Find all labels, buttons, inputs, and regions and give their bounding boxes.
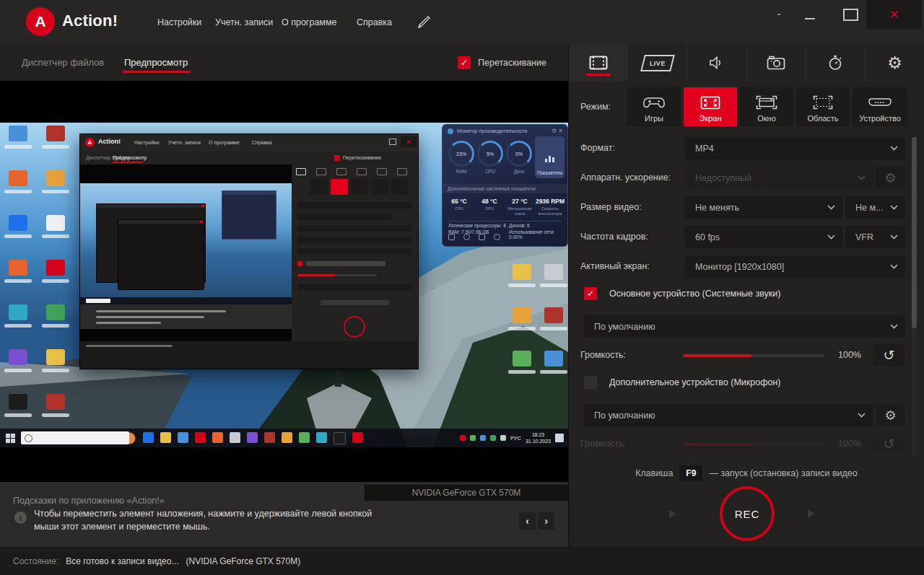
active-tab-indicator xyxy=(586,74,611,76)
desktop-icon xyxy=(505,351,539,390)
hotkey-row: Клавиша F9 — запуск (остановка) записи в… xyxy=(569,462,924,484)
tab-file-manager[interactable]: Диспетчер файлов xyxy=(22,45,104,81)
action-logo-icon: A xyxy=(26,7,55,36)
mode-screen-button[interactable]: Экран xyxy=(684,87,737,126)
gear-icon: ⚙ xyxy=(884,172,896,185)
magnifier-icon xyxy=(25,434,32,442)
title-bar: A Action! Настройки Учетн. записи О прог… xyxy=(0,0,924,45)
chevron-down-icon xyxy=(890,264,898,269)
tab-audio[interactable] xyxy=(687,45,746,81)
tab-preview[interactable]: Предпросмотр xyxy=(124,45,188,81)
nested-volume-slider xyxy=(297,274,377,276)
volume-reset-button[interactable]: ↺ xyxy=(873,344,905,366)
reset-icon: ↺ xyxy=(884,348,895,362)
hotkey-key-badge: F9 xyxy=(679,465,702,481)
gadget-info: Использование сети: 0.00% xyxy=(509,229,567,240)
hotkey-prefix: Клавиша xyxy=(635,468,673,478)
action-app-window: { "window": { "title": "Action!", "menu"… xyxy=(0,0,924,575)
desktop-icon xyxy=(537,351,568,390)
tab-live-streaming[interactable]: LIVE xyxy=(628,45,687,81)
tab-screenshot[interactable] xyxy=(747,45,806,81)
desktop-icons-left xyxy=(1,126,78,443)
nested-window xyxy=(118,219,204,290)
desktop-icon xyxy=(39,394,72,433)
panel-scrollbar[interactable] xyxy=(912,137,917,457)
nested-tips xyxy=(80,304,292,329)
video-size-label: Размер видео: xyxy=(580,196,642,219)
stopwatch-icon xyxy=(827,55,843,71)
chevron-down-icon xyxy=(890,205,898,210)
framerate-dropdown[interactable]: 60 fps xyxy=(685,226,842,248)
drag-checkbox[interactable]: ✓ xyxy=(458,56,471,69)
view-tab-strip: Диспетчер файлов Предпросмотр ✓ Перетаск… xyxy=(0,45,568,81)
menu-help[interactable]: Справка xyxy=(357,0,392,45)
pen-tool-icon[interactable] xyxy=(417,16,432,29)
tip-prev-button[interactable]: ‹ xyxy=(519,512,536,530)
preview-area[interactable]: A Action! Настройки Учетн. записи О прог… xyxy=(0,81,568,482)
format-dropdown[interactable]: MP4 xyxy=(685,137,905,159)
nested-tab-strip: Диспетчер файлов Предпросмотр Перетаскив… xyxy=(80,152,418,164)
performance-monitor-gadget: Монитор производительности ⚙ ✕ 23% RAM 5… xyxy=(442,124,568,247)
desktop-icon xyxy=(505,264,539,303)
volume-slider-fill xyxy=(683,354,751,357)
rec-left-arrow-icon xyxy=(669,509,676,518)
settings-panel: LIVE ⚙ xyxy=(568,45,924,547)
rec-right-arrow-icon xyxy=(808,509,814,518)
nested-windows-taskbar: РУС 18:23 31.10.2023 xyxy=(0,429,568,447)
window-icon xyxy=(756,93,777,112)
primary-audio-label: Основное устройство (Системные звуки) xyxy=(609,287,780,300)
tab-video-capture[interactable] xyxy=(569,45,628,81)
desktop-icon xyxy=(505,307,539,346)
mode-label: Режим: xyxy=(580,84,611,130)
mode-window-button[interactable]: Окно xyxy=(740,87,793,126)
desktop-icon xyxy=(39,349,72,388)
taskbar-search-box xyxy=(21,431,129,444)
status-bar: Состояние: Все готово к записи видео... … xyxy=(0,547,924,575)
metric-gpu-temp: 48 °CGPU xyxy=(474,198,505,211)
tray-clock: 18:23 31.10.2023 xyxy=(526,431,551,444)
primary-audio-checkbox[interactable]: ✓ xyxy=(584,287,597,300)
nested-drag-label: Перетаскивание xyxy=(343,152,381,164)
menu-about[interactable]: О программе xyxy=(282,0,336,45)
nested-app-title: Action! xyxy=(98,138,121,145)
tip-text-line1: Чтобы переместить элемент наложения, наж… xyxy=(34,509,372,519)
maximize-button[interactable] xyxy=(836,0,865,29)
minimize-button[interactable] xyxy=(800,0,820,29)
framerate-mode-dropdown[interactable]: VFR xyxy=(845,226,905,248)
active-screen-dropdown[interactable]: Монитор [1920x1080] xyxy=(685,255,905,278)
gadget-title: Монитор производительности xyxy=(457,128,527,133)
tab-benchmark[interactable] xyxy=(806,45,866,81)
desktop-icon xyxy=(1,304,35,343)
menu-accounts[interactable]: Учетн. записи xyxy=(215,0,273,45)
hotkey-suffix: — запуск (остановка) записи видео xyxy=(709,468,857,478)
nested-action-window: A Action! Настройки Учетн. записи О прог… xyxy=(79,133,419,369)
rec-button[interactable]: REC xyxy=(720,486,775,541)
tip-next-button[interactable]: › xyxy=(538,512,554,530)
mode-region-button[interactable]: Область xyxy=(796,87,850,126)
desktop-icon xyxy=(537,264,568,303)
secondary-audio-checkbox[interactable] xyxy=(584,376,597,389)
volume-slider[interactable] xyxy=(683,354,824,357)
mode-device-button[interactable]: Устройство xyxy=(853,87,907,126)
mode-games-button[interactable]: Игры xyxy=(627,87,681,126)
gadget-logo-icon xyxy=(448,128,453,134)
volume-label: Громкость: xyxy=(580,344,626,366)
nested-menu-item: Настройки xyxy=(134,134,159,152)
video-size-dropdown[interactable]: Не менять xyxy=(685,196,842,219)
primary-audio-device-dropdown[interactable]: По умолчанию xyxy=(584,315,905,338)
tray-minimize-button[interactable] xyxy=(772,0,785,29)
secondary-audio-device-dropdown[interactable]: По умолчанию xyxy=(584,404,873,426)
video-size-mode-dropdown[interactable]: Не м... xyxy=(845,196,905,219)
active-screen-label: Активный экран: xyxy=(580,255,650,278)
nested-action-logo-icon: A xyxy=(85,138,95,147)
panel-scrollbar-thumb[interactable] xyxy=(912,137,917,328)
menu-settings[interactable]: Настройки xyxy=(157,0,201,45)
tray-language: РУС xyxy=(510,435,521,442)
close-button[interactable]: ✕ xyxy=(866,0,922,29)
desktop-icon xyxy=(1,170,35,209)
gadget-section-title: Дополнительные системные показатели xyxy=(443,184,567,193)
secondary-audio-settings-button[interactable]: ⚙ xyxy=(876,404,905,426)
chevron-down-icon xyxy=(858,413,866,418)
tab-settings[interactable]: ⚙ xyxy=(866,45,924,81)
desktop-icon xyxy=(537,307,568,346)
